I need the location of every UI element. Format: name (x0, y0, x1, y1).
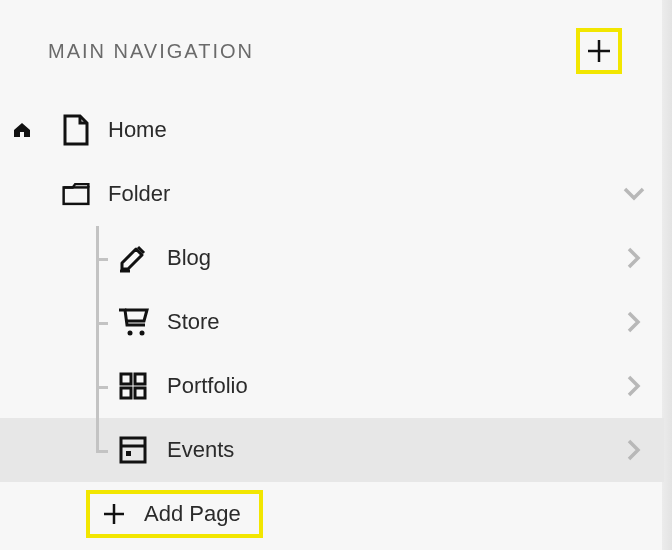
svg-rect-9 (135, 388, 145, 398)
nav-item-drill[interactable] (604, 375, 664, 397)
add-page-row: Add Page (0, 482, 664, 546)
nav-item-drill[interactable] (604, 439, 664, 461)
svg-rect-8 (121, 388, 131, 398)
nav-item-home[interactable]: Home (0, 98, 664, 162)
plus-icon (102, 502, 126, 526)
nav-item-events[interactable]: Events (0, 418, 664, 482)
calendar-icon (113, 435, 153, 465)
cart-icon (113, 307, 153, 337)
svg-rect-10 (121, 438, 145, 462)
nav-item-store[interactable]: Store (0, 290, 664, 354)
add-page-button[interactable]: Add Page (86, 490, 263, 538)
nav-item-drill[interactable] (604, 311, 664, 333)
svg-rect-12 (126, 451, 131, 456)
nav-item-label: Folder (108, 181, 170, 207)
chevron-right-icon (627, 247, 641, 269)
chevron-down-icon (623, 187, 645, 201)
folder-icon (62, 177, 90, 211)
nav-item-label: Store (167, 309, 220, 335)
nav-item-portfolio[interactable]: Portfolio (0, 354, 664, 418)
nav-header: MAIN NAVIGATION (0, 28, 664, 74)
nav-item-label: Events (167, 437, 234, 463)
grid-icon (113, 372, 153, 400)
page-icon (62, 113, 90, 147)
pen-icon (113, 243, 153, 273)
svg-rect-7 (135, 374, 145, 384)
tree-line (96, 226, 99, 290)
home-icon (12, 122, 32, 138)
tree-line (96, 354, 99, 418)
chevron-right-icon (627, 311, 641, 333)
svg-rect-6 (121, 374, 131, 384)
nav-item-label: Portfolio (167, 373, 248, 399)
svg-point-5 (140, 331, 145, 336)
add-page-label: Add Page (144, 501, 241, 527)
nav-header-title: MAIN NAVIGATION (48, 40, 254, 63)
chevron-right-icon (627, 439, 641, 461)
nav-list: Home Folder (0, 98, 664, 546)
nav-item-folder[interactable]: Folder (0, 162, 664, 226)
nav-item-blog[interactable]: Blog (0, 226, 664, 290)
nav-item-label: Home (108, 117, 167, 143)
main-navigation-panel: MAIN NAVIGATION (0, 0, 664, 546)
tree-line (96, 418, 99, 482)
folder-collapse-toggle[interactable] (604, 187, 664, 201)
tree-line (96, 290, 99, 354)
svg-point-4 (128, 331, 133, 336)
plus-icon (586, 38, 612, 64)
nav-item-label: Blog (167, 245, 211, 271)
nav-item-drill[interactable] (604, 247, 664, 269)
add-page-top-button[interactable] (576, 28, 622, 74)
chevron-right-icon (627, 375, 641, 397)
svg-rect-2 (64, 187, 89, 203)
